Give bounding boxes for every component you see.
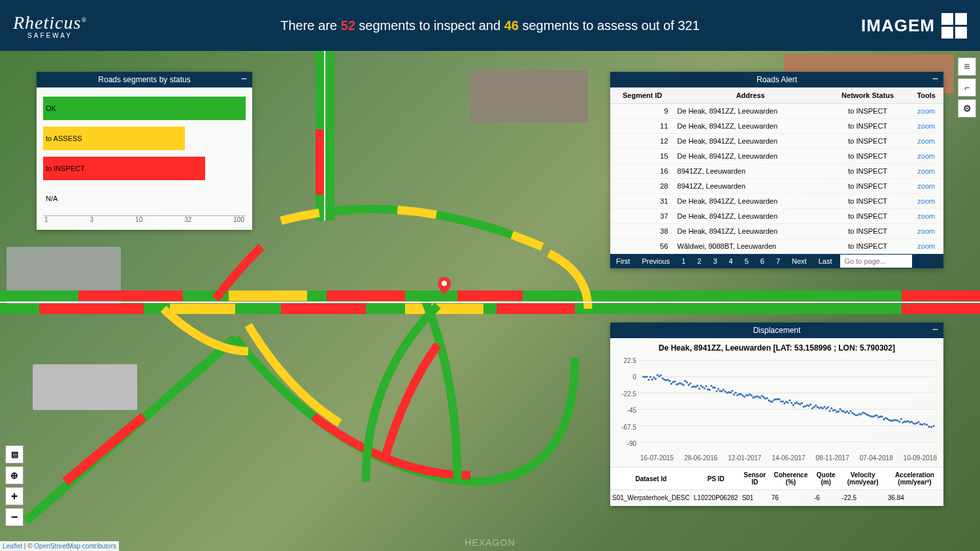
zoom-link[interactable]: zoom — [917, 137, 935, 145]
col-addr[interactable]: Address — [675, 87, 826, 104]
alerts-panel: Roads Alert − Segment ID Address Network… — [610, 72, 943, 268]
table-row[interactable]: 31De Heak, 8941ZZ, Leeuwardento INSPECTz… — [610, 194, 943, 209]
svg-point-8 — [644, 376, 646, 378]
svg-point-35 — [691, 386, 693, 388]
table-row[interactable]: 56Wâldwei, 9088BT, Leeuwardento INSPECTz… — [610, 239, 943, 254]
svg-point-171 — [930, 426, 932, 428]
svg-point-29 — [681, 383, 683, 385]
svg-point-170 — [928, 426, 930, 428]
svg-point-113 — [827, 406, 829, 408]
zoom-link[interactable]: zoom — [917, 152, 935, 160]
svg-point-56 — [728, 391, 730, 393]
table-row[interactable]: 9De Heak, 8941ZZ, Leeuwardento INSPECTzo… — [610, 104, 943, 119]
svg-point-165 — [917, 421, 919, 423]
svg-point-10 — [647, 379, 649, 381]
svg-point-89 — [785, 401, 787, 403]
svg-point-107 — [817, 406, 819, 408]
table-row[interactable]: 11De Heak, 8941ZZ, Leeuwardento INSPECTz… — [610, 119, 943, 134]
svg-point-93 — [792, 404, 794, 406]
svg-point-54 — [725, 390, 727, 392]
settings-icon[interactable]: ⚙ — [958, 99, 976, 118]
table-row[interactable]: 37De Heak, 8941ZZ, Leeuwardento INSPECTz… — [610, 209, 943, 224]
alerts-panel-header[interactable]: Roads Alert − — [610, 72, 943, 87]
svg-point-11 — [649, 376, 651, 378]
svg-point-114 — [828, 410, 830, 412]
svg-point-50 — [717, 388, 719, 390]
map-canvas[interactable]: HEXAGON Roads segments by status − OK to… — [0, 51, 980, 551]
svg-point-40 — [700, 385, 702, 386]
pager-first[interactable]: First — [610, 254, 636, 268]
svg-point-13 — [653, 377, 655, 379]
zoom-out-button[interactable]: − — [5, 508, 24, 526]
pager-page[interactable]: 4 — [723, 254, 739, 268]
crop-icon[interactable]: ⌐ — [958, 78, 976, 97]
pager: First Previous 1 2 3 4 5 6 7 Next Last — [610, 254, 943, 268]
svg-point-97 — [799, 403, 801, 405]
zoom-link[interactable]: zoom — [917, 242, 935, 250]
pager-page[interactable]: 7 — [770, 254, 786, 268]
svg-point-22 — [668, 380, 670, 382]
pager-next[interactable]: Next — [786, 254, 813, 268]
table-row[interactable]: 12De Heak, 8941ZZ, Leeuwardento INSPECTz… — [610, 134, 943, 149]
svg-point-68 — [749, 393, 751, 395]
svg-point-30 — [683, 384, 685, 386]
inspect-count: 52 — [341, 18, 355, 33]
pager-last[interactable]: Last — [813, 254, 838, 268]
svg-point-73 — [757, 396, 759, 398]
svg-point-32 — [686, 381, 688, 383]
zoom-link[interactable]: zoom — [917, 197, 935, 205]
zoom-link[interactable]: zoom — [917, 122, 935, 130]
minimize-icon[interactable]: − — [932, 324, 938, 336]
svg-point-17 — [660, 374, 662, 376]
minimize-icon[interactable]: − — [932, 73, 938, 85]
layers-icon[interactable]: ▤ — [5, 445, 24, 464]
zoom-in-button[interactable]: + — [5, 487, 24, 505]
osm-link[interactable]: OpenStreetMap contributors — [34, 543, 116, 550]
svg-point-33 — [688, 384, 690, 386]
svg-point-141 — [875, 415, 877, 417]
col-status[interactable]: Network Status — [826, 87, 909, 104]
svg-point-151 — [893, 419, 895, 421]
leaflet-link[interactable]: Leaflet — [3, 543, 22, 550]
table-row[interactable]: 15De Heak, 8941ZZ, Leeuwardento INSPECTz… — [610, 149, 943, 164]
col-tools[interactable]: Tools — [909, 87, 943, 104]
table-row[interactable]: 168941ZZ, Leeuwardento INSPECTzoom — [610, 164, 943, 179]
pager-prev[interactable]: Previous — [636, 254, 676, 268]
pager-page[interactable]: 1 — [676, 254, 691, 268]
zoom-link[interactable]: zoom — [917, 107, 935, 115]
svg-point-154 — [898, 420, 900, 422]
map-marker-icon[interactable] — [438, 277, 451, 295]
svg-point-123 — [844, 411, 846, 413]
table-row[interactable]: S01_Werpsterhoek_DESCL10220P06282S0176-6… — [610, 490, 943, 506]
pager-page[interactable]: 6 — [755, 254, 770, 268]
svg-point-23 — [670, 383, 672, 385]
svg-point-119 — [838, 411, 840, 413]
displacement-header[interactable]: Displacement − — [610, 323, 943, 338]
col-id[interactable]: Segment ID — [610, 87, 675, 104]
locate-icon[interactable]: ⊕ — [5, 466, 24, 484]
svg-point-25 — [674, 381, 676, 383]
zoom-link[interactable]: zoom — [917, 167, 935, 175]
pager-page[interactable]: 5 — [739, 254, 755, 268]
right-toolbar: ≡ ⌐ ⚙ — [958, 57, 976, 120]
menu-icon[interactable]: ≡ — [958, 57, 976, 76]
svg-point-20 — [665, 379, 667, 381]
svg-point-169 — [926, 424, 928, 426]
brand-logo: Rheticus® SAFEWAY — [13, 12, 87, 39]
pager-page[interactable]: 2 — [691, 254, 707, 268]
status-axis: 131032100 — [43, 215, 246, 223]
status-panel-header[interactable]: Roads segments by status − — [37, 72, 252, 87]
bar-label-assess: to ASSESS — [46, 134, 82, 142]
svg-point-90 — [787, 401, 789, 403]
svg-point-133 — [862, 412, 864, 414]
zoom-link[interactable]: zoom — [917, 227, 935, 235]
svg-point-91 — [789, 400, 791, 401]
minimize-icon[interactable]: − — [241, 73, 247, 85]
zoom-link[interactable]: zoom — [917, 182, 935, 190]
svg-point-14 — [655, 378, 657, 380]
table-row[interactable]: 38De Heak, 8941ZZ, Leeuwardento INSPECTz… — [610, 224, 943, 239]
goto-page-input[interactable] — [840, 255, 912, 268]
pager-page[interactable]: 3 — [707, 254, 723, 268]
zoom-link[interactable]: zoom — [917, 212, 935, 220]
table-row[interactable]: 288941ZZ, Leeuwardento INSPECTzoom — [610, 179, 943, 194]
